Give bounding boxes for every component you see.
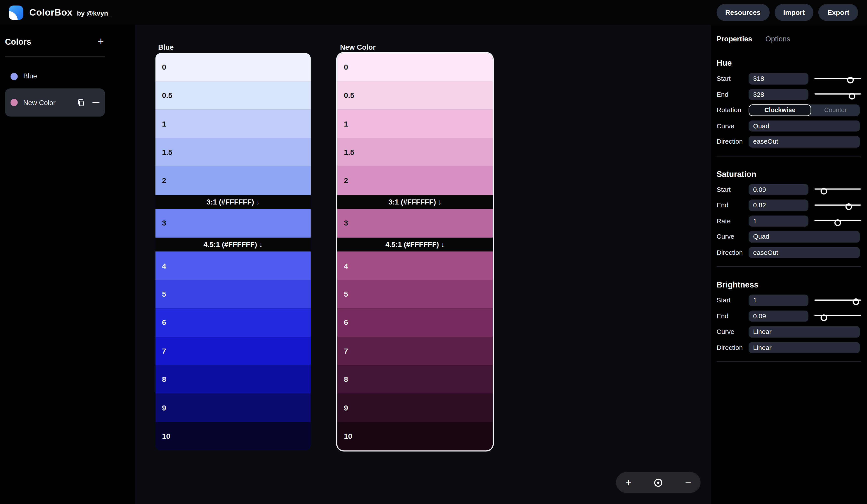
resources-button[interactable]: Resources (716, 4, 769, 21)
swatch-3[interactable]: 3 (155, 209, 311, 238)
section-divider (717, 266, 861, 267)
swatch-stack: 00.511.523:1 (#FFFFFF) ↓34.5:1 (#FFFFFF)… (337, 53, 493, 450)
brightness-direction-input[interactable] (749, 342, 860, 353)
hue-end-slider[interactable] (814, 89, 861, 100)
swatch-4[interactable]: 4 (337, 252, 493, 280)
section-title: Hue (717, 59, 861, 67)
swatch-label: 1 (344, 120, 348, 128)
swatch-8[interactable]: 8 (155, 365, 311, 394)
segment-clockwise[interactable]: Clockwise (749, 105, 811, 116)
saturation-end-input[interactable] (749, 199, 809, 211)
saturation-direction-input[interactable] (749, 247, 860, 258)
swatch-4[interactable]: 4 (155, 252, 311, 280)
slider-knob[interactable] (834, 219, 841, 226)
section-saturation: SaturationStartEndRateCurveDirection (717, 169, 861, 260)
saturation-end-row: End (717, 197, 861, 213)
swatch-label: 0 (344, 63, 348, 71)
swatch-label: 4 (344, 262, 348, 270)
swatch-6[interactable]: 6 (337, 308, 493, 337)
zoom-controls: + − (616, 472, 700, 493)
brightness-start-input[interactable] (749, 295, 809, 306)
hue-curve-input[interactable] (749, 120, 860, 132)
panel-tabs: Properties Options (717, 34, 861, 43)
swatch-label: 6 (162, 319, 166, 327)
hue-start-input[interactable] (749, 73, 809, 84)
sidebar-title: Colors (5, 37, 31, 46)
zoom-out-button[interactable]: − (685, 477, 691, 488)
saturation-rate-slider[interactable] (814, 216, 861, 226)
slider-knob[interactable] (849, 92, 855, 99)
saturation-curve-row: Curve (717, 229, 861, 244)
brightness-end-slider[interactable] (814, 310, 861, 321)
saturation-start-row: Start (717, 182, 861, 197)
swatch-label: 8 (344, 375, 348, 384)
brightness-end-input[interactable] (749, 310, 809, 322)
remove-color-icon[interactable] (93, 102, 100, 103)
add-color-button[interactable]: + (97, 37, 105, 46)
swatch-9[interactable]: 9 (337, 394, 493, 422)
hue-direction-input[interactable] (749, 136, 860, 147)
brightness-curve-input[interactable] (749, 326, 860, 337)
swatch-3[interactable]: 3 (337, 209, 493, 238)
swatch-9[interactable]: 9 (155, 394, 311, 422)
zoom-in-button[interactable]: + (625, 477, 632, 488)
duplicate-color-icon[interactable] (77, 98, 85, 107)
color-name: Blue (23, 73, 105, 80)
swatch-2[interactable]: 2 (337, 166, 493, 195)
section-brightness: BrightnessStartEndCurveDirection (717, 280, 861, 355)
hue-direction-row: Direction (717, 134, 861, 150)
slider-knob[interactable] (847, 77, 854, 84)
swatch-0[interactable]: 0 (337, 53, 493, 81)
swatch-6[interactable]: 6 (155, 308, 311, 337)
swatch-1[interactable]: 1 (155, 110, 311, 138)
tab-properties[interactable]: Properties (717, 35, 752, 43)
export-button[interactable]: Export (818, 4, 858, 21)
sidebar-item-new-color[interactable]: New Color (5, 88, 105, 117)
swatch-8[interactable]: 8 (337, 365, 493, 394)
slider-knob[interactable] (820, 188, 827, 195)
tab-options[interactable]: Options (766, 35, 790, 43)
saturation-rate-input[interactable] (749, 215, 809, 227)
hue-end-input[interactable] (749, 89, 809, 100)
properties-panel: Properties Options HueStartEndRotationCl… (711, 25, 867, 504)
swatch-5[interactable]: 5 (155, 280, 311, 308)
swatch-5[interactable]: 5 (337, 280, 493, 308)
swatch-1.5[interactable]: 1.5 (337, 138, 493, 166)
swatch-7[interactable]: 7 (155, 337, 311, 365)
saturation-end-slider[interactable] (814, 200, 861, 211)
slider-knob[interactable] (853, 299, 859, 305)
segment-counter[interactable]: Counter (811, 105, 860, 116)
swatch-1[interactable]: 1 (337, 110, 493, 138)
swatch-0.5[interactable]: 0.5 (155, 81, 311, 110)
swatch-2[interactable]: 2 (155, 166, 311, 195)
swatch-label: 4 (162, 262, 166, 270)
rotation-segmented-control: ClockwiseCounter (749, 105, 860, 116)
import-button[interactable]: Import (774, 4, 814, 21)
brightness-start-slider[interactable] (814, 295, 861, 306)
swatch-0[interactable]: 0 (155, 53, 311, 81)
swatch-label: 2 (162, 176, 166, 185)
top-bar: ColorBox by @kvyn_ Resources Import Expo… (0, 0, 867, 25)
saturation-start-input[interactable] (749, 184, 809, 195)
slider-knob[interactable] (846, 204, 852, 210)
swatch-label: 5 (162, 290, 166, 298)
hue-start-slider[interactable] (814, 73, 861, 84)
saturation-start-slider[interactable] (814, 184, 861, 195)
brightness-curve-row: Curve (717, 324, 861, 340)
saturation-curve-input[interactable] (749, 231, 860, 242)
swatch-10[interactable]: 10 (155, 422, 311, 451)
contrast-marker-label: 3:1 (#FFFFFF) ↓ (388, 198, 441, 206)
swatch-7[interactable]: 7 (337, 337, 493, 365)
property-label: Direction (717, 249, 749, 256)
saturation-direction-row: Direction (717, 244, 861, 260)
sidebar-item-blue[interactable]: Blue (5, 64, 105, 88)
swatch-1.5[interactable]: 1.5 (155, 138, 311, 166)
slider-knob[interactable] (820, 314, 827, 321)
swatch-0.5[interactable]: 0.5 (337, 81, 493, 110)
swatch-label: 1.5 (344, 148, 354, 156)
swatch-label: 10 (162, 432, 170, 440)
zoom-reset-icon[interactable] (654, 478, 663, 487)
property-label: Start (717, 186, 749, 193)
swatch-10[interactable]: 10 (337, 422, 493, 451)
saturation-rate-row: Rate (717, 213, 861, 229)
